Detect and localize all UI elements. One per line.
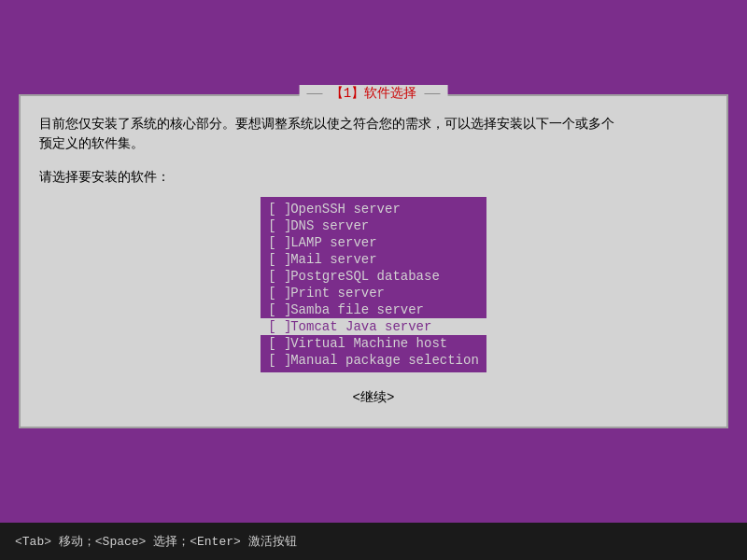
continue-button[interactable]: <继续> xyxy=(338,387,410,408)
software-item-dns[interactable]: [ ] DNS server xyxy=(261,217,486,234)
software-item-manual[interactable]: [ ] Manual package selection xyxy=(261,352,486,369)
status-text: <Tab> 移动；<Space> 选择；<Enter> 激活按钮 xyxy=(15,533,297,550)
dialog-title: —— 【1】软件选择 —— xyxy=(300,85,448,102)
checkbox-tomcat: [ ] xyxy=(268,319,287,334)
software-item-samba[interactable]: [ ] Samba file server xyxy=(261,301,486,318)
software-label-tomcat: Tomcat Java server xyxy=(290,319,431,334)
checkbox-vm: [ ] xyxy=(268,336,287,351)
software-label-mail: Mail server xyxy=(290,252,376,267)
software-list: [ ] OpenSSH server[ ] DNS server[ ] LAMP… xyxy=(261,197,486,372)
software-item-lamp[interactable]: [ ] LAMP server xyxy=(261,234,486,251)
software-item-postgresql[interactable]: [ ] PostgreSQL database xyxy=(261,268,486,285)
checkbox-samba: [ ] xyxy=(268,302,287,317)
checkbox-manual: [ ] xyxy=(268,353,287,368)
checkbox-dns: [ ] xyxy=(268,218,287,233)
prompt-text: 请选择要安装的软件： xyxy=(39,169,708,186)
checkbox-print: [ ] xyxy=(268,286,287,301)
software-label-vm: Virtual Machine host xyxy=(290,336,447,351)
software-label-print: Print server xyxy=(290,286,385,301)
checkbox-mail: [ ] xyxy=(268,252,287,267)
software-item-tomcat[interactable]: [ ] Tomcat Java server xyxy=(261,318,486,335)
software-label-postgresql: PostgreSQL database xyxy=(290,269,440,284)
software-label-samba: Samba file server xyxy=(290,302,424,317)
software-item-print[interactable]: [ ] Print server xyxy=(261,285,486,301)
software-label-dns: DNS server xyxy=(290,218,369,233)
dialog-box: —— 【1】软件选择 —— 目前您仅安装了系统的核心部分。要想调整系统以使之符合… xyxy=(19,94,728,428)
status-bar: <Tab> 移动；<Space> 选择；<Enter> 激活按钮 xyxy=(0,523,747,560)
checkbox-postgresql: [ ] xyxy=(268,269,287,284)
checkbox-openssh: [ ] xyxy=(268,202,287,217)
software-item-vm[interactable]: [ ] Virtual Machine host xyxy=(261,335,486,352)
software-label-manual: Manual package selection xyxy=(290,353,479,368)
software-item-mail[interactable]: [ ] Mail server xyxy=(261,251,486,268)
description-text: 目前您仅安装了系统的核心部分。要想调整系统以使之符合您的需求，可以选择安装以下一… xyxy=(39,115,708,154)
software-label-openssh: OpenSSH server xyxy=(290,202,401,217)
checkbox-lamp: [ ] xyxy=(268,235,287,250)
software-list-container: [ ] OpenSSH server[ ] DNS server[ ] LAMP… xyxy=(39,197,708,372)
continue-btn-area: <继续> xyxy=(39,387,708,408)
software-label-lamp: LAMP server xyxy=(290,235,376,250)
software-item-openssh[interactable]: [ ] OpenSSH server xyxy=(261,201,486,217)
main-area: —— 【1】软件选择 —— 目前您仅安装了系统的核心部分。要想调整系统以使之符合… xyxy=(0,0,747,523)
